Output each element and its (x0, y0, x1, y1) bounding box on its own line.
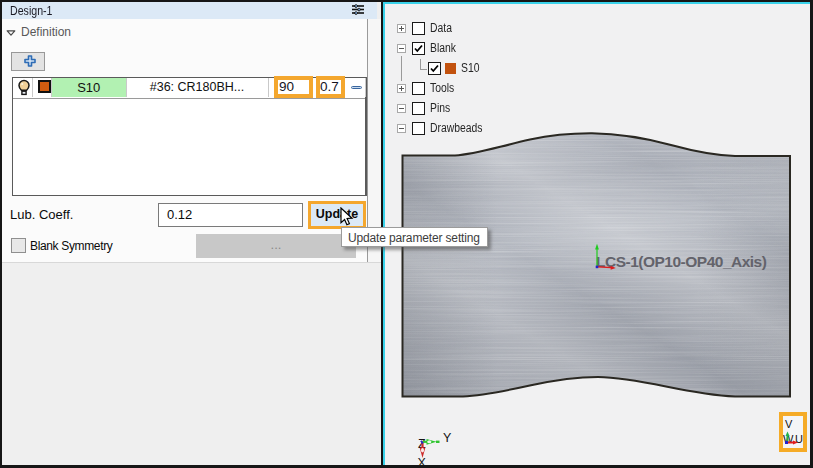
svg-text:Y: Y (443, 431, 452, 445)
svg-text:V: V (785, 418, 793, 430)
